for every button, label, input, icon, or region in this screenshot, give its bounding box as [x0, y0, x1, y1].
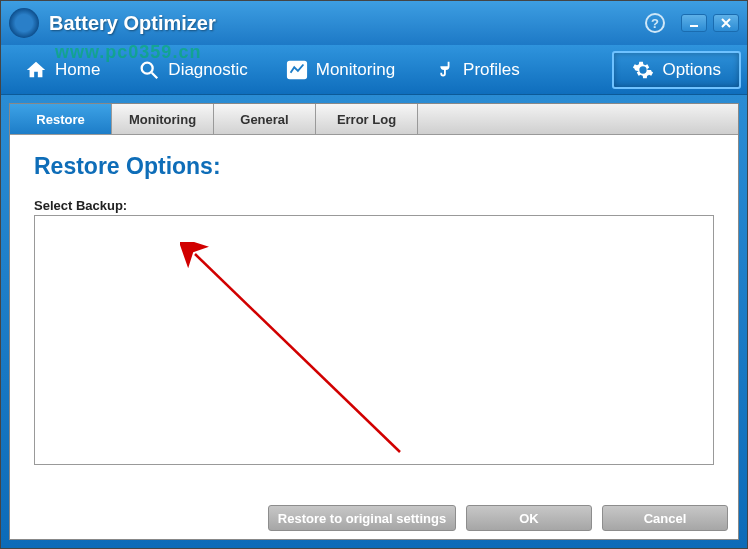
tab-monitoring[interactable]: Monitoring	[112, 104, 214, 134]
backup-list[interactable]	[34, 215, 714, 465]
nav-diagnostic[interactable]: Diagnostic	[120, 51, 265, 89]
nav-home[interactable]: Home	[7, 51, 118, 89]
tab-label: Monitoring	[129, 112, 196, 127]
tab-restore[interactable]: Restore	[10, 104, 112, 134]
tab-label: Error Log	[337, 112, 396, 127]
options-panel: Restore Monitoring General Error Log Res…	[9, 103, 739, 540]
app-icon	[9, 8, 39, 38]
nav-label: Diagnostic	[168, 60, 247, 80]
app-title: Battery Optimizer	[49, 12, 645, 35]
main-nav: Home Diagnostic Monitoring Profiles Opti…	[1, 45, 747, 95]
content-area: Restore Monitoring General Error Log Res…	[1, 95, 747, 548]
tab-label: Restore	[36, 112, 84, 127]
home-icon	[25, 59, 47, 81]
svg-rect-0	[690, 25, 698, 27]
help-icon[interactable]: ?	[645, 13, 665, 33]
chart-icon	[286, 59, 308, 81]
footer-buttons: Restore to original settings OK Cancel	[268, 505, 728, 531]
plug-icon	[433, 59, 455, 81]
tab-general[interactable]: General	[214, 104, 316, 134]
button-label: OK	[519, 511, 539, 526]
nav-label: Profiles	[463, 60, 520, 80]
ok-button[interactable]: OK	[466, 505, 592, 531]
cancel-button[interactable]: Cancel	[602, 505, 728, 531]
button-label: Restore to original settings	[278, 511, 446, 526]
tab-label: General	[240, 112, 288, 127]
panel-heading: Restore Options:	[34, 153, 714, 180]
close-button[interactable]	[713, 14, 739, 32]
titlebar: Battery Optimizer ?	[1, 1, 747, 45]
tabbar: Restore Monitoring General Error Log	[10, 104, 738, 135]
button-label: Cancel	[644, 511, 687, 526]
nav-profiles[interactable]: Profiles	[415, 51, 538, 89]
nav-label: Home	[55, 60, 100, 80]
magnifier-icon	[138, 59, 160, 81]
nav-label: Monitoring	[316, 60, 395, 80]
minimize-button[interactable]	[681, 14, 707, 32]
gear-icon	[632, 59, 654, 81]
nav-options[interactable]: Options	[612, 51, 741, 89]
panel-body: Restore Options: Select Backup:	[10, 135, 738, 483]
restore-original-button[interactable]: Restore to original settings	[268, 505, 456, 531]
nav-label: Options	[662, 60, 721, 80]
select-backup-label: Select Backup:	[34, 198, 714, 213]
svg-point-1	[142, 62, 153, 73]
nav-monitoring[interactable]: Monitoring	[268, 51, 413, 89]
tab-error-log[interactable]: Error Log	[316, 104, 418, 134]
